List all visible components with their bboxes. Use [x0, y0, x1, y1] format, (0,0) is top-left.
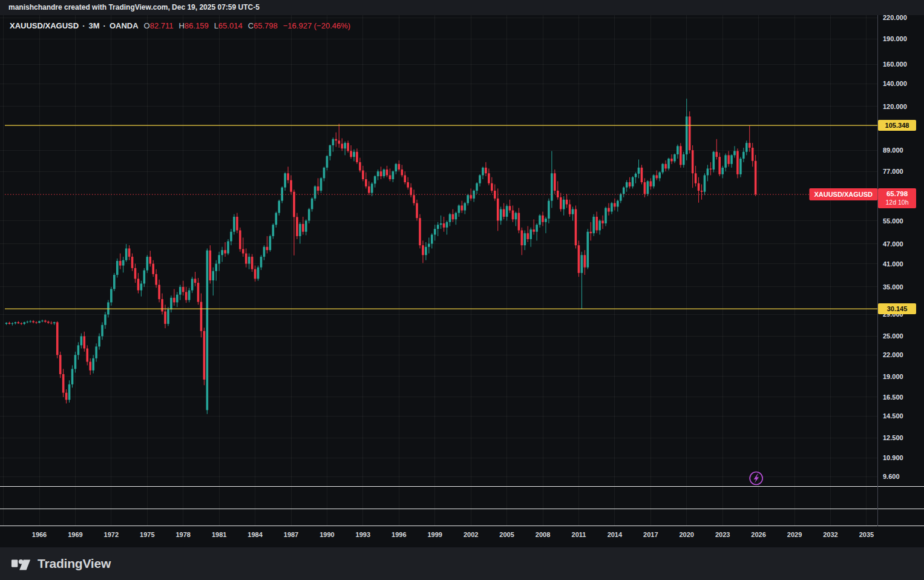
candle-body: [272, 225, 274, 236]
time-tick-label: 1993: [356, 531, 370, 538]
legend-open-value: 82.711: [150, 21, 174, 30]
candle-body: [260, 257, 263, 268]
candle-body: [365, 179, 367, 186]
candle-body: [143, 270, 146, 283]
candle-body: [308, 209, 310, 220]
candle-body: [464, 203, 466, 211]
time-tick-label: 2026: [751, 531, 765, 538]
candle-body: [20, 323, 22, 324]
candle-body: [101, 325, 103, 337]
candle-body: [641, 168, 643, 182]
candle-body: [26, 321, 28, 322]
candle-body: [578, 245, 580, 273]
candle-body: [500, 209, 502, 220]
time-tick-label: 2035: [859, 531, 874, 538]
candle-body: [158, 285, 160, 299]
candle-body: [440, 223, 442, 225]
candle-body: [335, 139, 338, 141]
tradingview-wordmark: TradingView: [38, 556, 111, 571]
candle-body: [452, 214, 454, 220]
candle-body: [592, 217, 595, 233]
candle-body: [155, 274, 157, 285]
candle-body: [650, 181, 652, 186]
candle-body: [113, 275, 116, 289]
price-tick-label: 14.500: [883, 412, 903, 420]
candle-body: [532, 229, 535, 232]
candle-body: [50, 323, 53, 323]
legend-separator: ·: [82, 21, 85, 30]
candle-body: [44, 321, 47, 322]
tradingview-logo-icon: [11, 555, 31, 572]
price-tick-label: 10.900: [883, 453, 903, 462]
candle-body: [413, 195, 415, 203]
legend-separator: ·: [103, 21, 106, 30]
price-tick-label: 22.000: [883, 351, 903, 359]
legend-symbol[interactable]: XAUUSD/XAGUSD: [10, 21, 79, 30]
candle-body: [404, 175, 406, 182]
time-tick-label: 1975: [140, 531, 154, 538]
level-price-label: 105.348: [878, 120, 916, 131]
candle-body: [293, 192, 295, 217]
candle-body: [401, 170, 403, 175]
price-tick-label: 140.000: [883, 79, 907, 88]
candle-body: [707, 168, 709, 175]
candle-body: [209, 251, 211, 280]
legend-interval[interactable]: 3M: [88, 21, 99, 30]
candle-body: [545, 219, 547, 222]
candle-body: [338, 140, 340, 143]
candle-body: [164, 311, 166, 323]
price-axis[interactable]: 220.000190.000160.000140.000120.00089.00…: [877, 15, 924, 526]
candle-body: [59, 355, 62, 374]
last-price-label: 65.79812d 10h: [878, 188, 916, 208]
candle-body: [239, 230, 241, 249]
candle-body: [572, 209, 574, 214]
candle-body: [626, 182, 628, 188]
candle-body: [47, 321, 50, 323]
candle-body: [263, 247, 266, 257]
candle-body: [524, 233, 526, 245]
candle-body: [110, 289, 113, 302]
candle-body: [701, 191, 703, 192]
candle-body: [191, 278, 194, 290]
candle-body: [74, 355, 77, 369]
candle-body: [673, 154, 676, 161]
candle-body: [11, 323, 14, 324]
time-tick-label: 2008: [536, 531, 550, 538]
legend[interactable]: XAUUSD/XAGUSD · 3M · OANDA O82.711 H86.1…: [10, 21, 350, 30]
candle-body: [629, 182, 631, 186]
candle-body: [584, 255, 586, 267]
time-axis[interactable]: 1966196919721975197819811984198719901993…: [0, 526, 924, 547]
candle-body: [224, 250, 226, 253]
candle-body: [458, 205, 460, 213]
candle-body: [290, 180, 292, 192]
candle-body: [245, 254, 247, 264]
candle-body: [425, 247, 427, 255]
candle-body: [551, 173, 553, 200]
time-tick-label: 2017: [643, 531, 658, 538]
candlestick-series: [5, 99, 757, 414]
candle-body: [455, 213, 457, 220]
candle-body: [305, 221, 307, 232]
candle-body: [389, 175, 392, 179]
candle-body: [667, 159, 670, 168]
candle-body: [655, 175, 658, 178]
bar-countdown: 12d 10h: [878, 199, 916, 206]
lightning-marker-icon[interactable]: [750, 472, 762, 485]
price-tick-label: 41.000: [883, 260, 903, 268]
candle-body: [476, 183, 478, 191]
candle-body: [620, 194, 622, 200]
candle-body: [350, 151, 352, 157]
candle-body: [437, 225, 439, 229]
candle-body: [194, 278, 197, 283]
legend-open-pair: O82.711: [144, 21, 174, 30]
price-tick-label: 16.500: [883, 393, 903, 401]
chart-canvas[interactable]: [0, 0, 924, 580]
time-tick-label: 2032: [823, 531, 837, 538]
candle-body: [206, 251, 209, 410]
grid: [0, 15, 877, 526]
candle-body: [548, 201, 550, 219]
price-tick-label: 12.500: [883, 433, 903, 442]
time-tick-label: 1990: [319, 531, 334, 538]
candle-body: [419, 218, 421, 245]
candle-body: [347, 143, 349, 151]
